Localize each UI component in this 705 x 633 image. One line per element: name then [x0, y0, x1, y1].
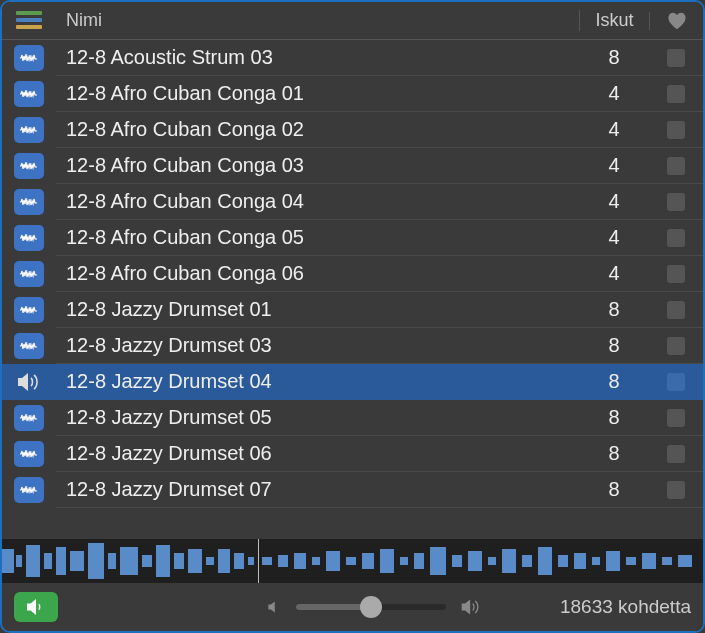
loop-type-icon[interactable] [2, 400, 56, 436]
loop-beats-value: 8 [608, 370, 619, 393]
svg-rect-26 [400, 557, 408, 565]
svg-rect-39 [626, 557, 636, 565]
footer-toolbar: 18633 kohdetta [2, 583, 703, 631]
table-row[interactable]: 12-8 Afro Cuban Conga 024 [2, 112, 703, 148]
loop-beats-value: 4 [608, 226, 619, 249]
svg-rect-32 [502, 549, 516, 573]
favorite-checkbox[interactable] [667, 265, 685, 283]
loop-name-label: 12-8 Afro Cuban Conga 03 [66, 154, 304, 177]
favorite-checkbox[interactable] [667, 229, 685, 247]
svg-rect-1 [2, 549, 14, 573]
svg-rect-37 [592, 557, 600, 565]
table-row[interactable]: 12-8 Afro Cuban Conga 044 [2, 184, 703, 220]
svg-rect-25 [380, 549, 394, 573]
loop-type-icon[interactable] [2, 292, 56, 328]
table-row[interactable]: 12-8 Acoustic Strum 038 [2, 40, 703, 76]
favorite-checkbox[interactable] [667, 445, 685, 463]
table-row[interactable]: 12-8 Jazzy Drumset 058 [2, 400, 703, 436]
audio-loop-icon [14, 45, 44, 71]
table-row[interactable]: 12-8 Jazzy Drumset 018 [2, 292, 703, 328]
svg-rect-14 [206, 557, 214, 565]
loop-type-icon[interactable] [2, 220, 56, 256]
loop-type-icon[interactable] [2, 256, 56, 292]
svg-rect-29 [452, 555, 462, 567]
favorite-checkbox[interactable] [667, 373, 685, 391]
loop-name-label: 12-8 Jazzy Drumset 05 [66, 406, 272, 429]
svg-rect-38 [606, 551, 620, 571]
svg-rect-15 [218, 549, 230, 573]
table-row[interactable]: 12-8 Jazzy Drumset 078 [2, 472, 703, 508]
loop-beats-value: 8 [608, 478, 619, 501]
favorite-checkbox[interactable] [667, 337, 685, 355]
favorite-checkbox[interactable] [667, 409, 685, 427]
table-row[interactable]: 12-8 Afro Cuban Conga 034 [2, 148, 703, 184]
svg-rect-16 [234, 553, 244, 569]
favorite-checkbox[interactable] [667, 301, 685, 319]
svg-rect-2 [16, 555, 22, 567]
loop-name-label: 12-8 Jazzy Drumset 04 [66, 370, 272, 393]
playhead-marker[interactable] [258, 539, 259, 583]
svg-rect-22 [326, 551, 340, 571]
loop-type-icon[interactable] [2, 436, 56, 472]
loop-name-label: 12-8 Afro Cuban Conga 05 [66, 226, 304, 249]
column-header-favorite[interactable] [649, 12, 703, 30]
loop-name-label: 12-8 Jazzy Drumset 01 [66, 298, 272, 321]
favorite-checkbox[interactable] [667, 193, 685, 211]
audio-loop-icon [14, 405, 44, 431]
svg-rect-19 [278, 555, 288, 567]
audio-loop-icon [14, 477, 44, 503]
svg-rect-7 [88, 543, 104, 579]
loop-type-icon[interactable] [2, 328, 56, 364]
loop-type-icon[interactable] [2, 76, 56, 112]
loop-type-icon[interactable] [2, 472, 56, 508]
loop-type-icon[interactable] [2, 112, 56, 148]
waveform-icon [2, 539, 703, 583]
view-mode-toggle[interactable] [2, 11, 56, 31]
svg-rect-30 [468, 551, 482, 571]
preview-play-button[interactable] [14, 592, 58, 622]
loop-type-icon[interactable] [2, 40, 56, 76]
column-header-iskut[interactable]: Iskut [579, 10, 649, 31]
loop-name-label: 12-8 Afro Cuban Conga 06 [66, 262, 304, 285]
svg-rect-4 [44, 553, 52, 569]
loop-type-icon[interactable] [2, 148, 56, 184]
loop-list[interactable]: 12-8 Acoustic Strum 03812-8 Afro Cuban C… [2, 40, 703, 539]
table-row[interactable]: 12-8 Afro Cuban Conga 054 [2, 220, 703, 256]
loop-beats-value: 8 [608, 46, 619, 69]
favorite-checkbox[interactable] [667, 157, 685, 175]
loop-type-icon[interactable] [2, 184, 56, 220]
svg-rect-18 [262, 557, 272, 565]
table-row[interactable]: 12-8 Afro Cuban Conga 064 [2, 256, 703, 292]
volume-slider-thumb[interactable] [360, 596, 382, 618]
favorite-checkbox[interactable] [667, 49, 685, 67]
table-row[interactable]: 12-8 Jazzy Drumset 048 [2, 364, 703, 400]
speaker-icon [25, 598, 47, 616]
audio-loop-icon [14, 81, 44, 107]
svg-rect-21 [312, 557, 320, 565]
now-playing-indicator[interactable] [2, 364, 56, 400]
favorite-checkbox[interactable] [667, 121, 685, 139]
favorite-checkbox[interactable] [667, 481, 685, 499]
loop-beats-value: 8 [608, 298, 619, 321]
svg-rect-9 [120, 547, 138, 575]
audio-loop-icon [14, 225, 44, 251]
svg-rect-27 [414, 553, 424, 569]
table-row[interactable]: 12-8 Jazzy Drumset 038 [2, 328, 703, 364]
loop-beats-value: 4 [608, 262, 619, 285]
column-header-name[interactable]: Nimi [56, 10, 579, 31]
table-row[interactable]: 12-8 Jazzy Drumset 068 [2, 436, 703, 472]
volume-slider[interactable] [296, 604, 446, 610]
waveform-preview[interactable] [2, 539, 703, 583]
svg-rect-31 [488, 557, 496, 565]
volume-low-icon [266, 599, 282, 615]
loop-name-label: 12-8 Jazzy Drumset 06 [66, 442, 272, 465]
svg-rect-24 [362, 553, 374, 569]
svg-rect-41 [662, 557, 672, 565]
favorite-checkbox[interactable] [667, 85, 685, 103]
audio-loop-icon [14, 297, 44, 323]
svg-rect-13 [188, 549, 202, 573]
loop-beats-value: 4 [608, 118, 619, 141]
svg-rect-40 [642, 553, 656, 569]
svg-rect-11 [156, 545, 170, 577]
table-row[interactable]: 12-8 Afro Cuban Conga 014 [2, 76, 703, 112]
